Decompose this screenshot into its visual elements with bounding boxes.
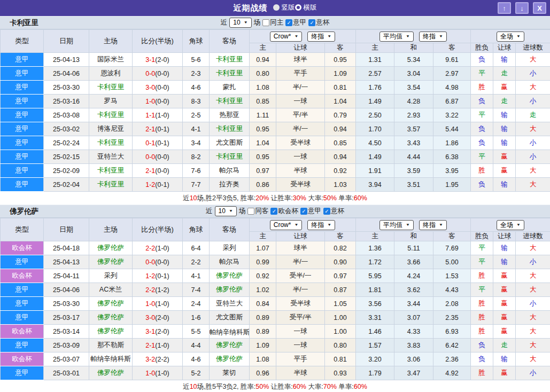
odds-stage-select[interactable]: 终指▼ — [307, 32, 335, 42]
away-team-name: 亚特兰大 — [216, 300, 243, 307]
goals-result-cell: 大 — [516, 164, 550, 178]
fulltime-score: 2-1 — [145, 167, 155, 175]
home-team-cell: 卡利亚里 — [89, 136, 133, 150]
handicap-result-cell: 输 — [493, 136, 516, 150]
corner-cell: 8-3 — [183, 95, 210, 108]
average-select[interactable]: 平均值▼ — [379, 32, 414, 42]
type-cell: 意甲 — [1, 164, 44, 178]
filter-checkbox[interactable]: ✓意甲 — [285, 18, 306, 27]
scope-select[interactable]: 全场▼ — [497, 220, 524, 230]
close-button[interactable]: X — [533, 2, 546, 14]
corner-cell: 4-1 — [183, 269, 210, 283]
home-odds-cell: 0.80 — [250, 67, 276, 81]
column-header: 比分(半场) — [133, 218, 183, 241]
filter-checkbox[interactable]: 同客 — [247, 207, 268, 216]
avg-away-cell: 4.43 — [433, 283, 471, 297]
checkbox-label: 欧会杯 — [278, 207, 298, 216]
recent-count-select[interactable]: 10▼ — [229, 18, 251, 28]
away-odds-cell: 0.81 — [325, 81, 356, 95]
checkbox-icon[interactable]: ✓ — [270, 208, 277, 215]
away-odds-cell: 0.87 — [325, 283, 356, 297]
handicap-result-cell: 输 — [493, 108, 516, 122]
corner-cell: 2-2 — [183, 255, 210, 269]
fulltime-score: 2-2 — [145, 245, 155, 252]
away-team-cell: 亚特兰大 — [210, 297, 250, 311]
average-select[interactable]: 平均值▼ — [379, 220, 414, 230]
away-odds-cell: 0.79 — [325, 108, 356, 122]
layout-radio-vertical[interactable]: 竖版 — [273, 3, 295, 12]
recent-results-panel: 近期战绩 竖版横版 ↑↓X 卡利亚里近10▼场同主✓意甲✓意杯类型日期主场比分(… — [0, 0, 550, 392]
home-team-name: AC米兰 — [99, 286, 122, 293]
bookmaker-select-value: Crow* — [274, 33, 291, 40]
filter-checkbox[interactable]: ✓意杯 — [323, 207, 344, 216]
away-team-name: 帕纳辛纳科斯 — [210, 328, 250, 336]
odds-stage-select[interactable]: 终指▼ — [307, 220, 335, 230]
checkbox-icon[interactable]: ✓ — [300, 208, 307, 215]
halftime-score: (1-0) — [155, 300, 169, 308]
filter-checkbox[interactable]: ✓欧会杯 — [270, 207, 298, 216]
handicap-cell: 半球 — [276, 366, 325, 380]
header-group: 平均值▼终指▼ — [356, 30, 471, 43]
checkbox-icon[interactable]: ✓ — [323, 208, 330, 215]
date-cell: 25-03-02 — [44, 122, 89, 136]
away-team-name: 佛罗伦萨 — [216, 341, 243, 349]
radio-icon[interactable] — [273, 4, 280, 11]
halftime-score: (0-0) — [155, 167, 169, 175]
goals-result-cell: 走 — [516, 108, 550, 122]
fulltime-score: 1-0 — [145, 98, 155, 105]
column-header: 类型 — [1, 218, 44, 241]
filter-checkbox[interactable]: ✓意杯 — [308, 18, 329, 27]
checkbox-icon[interactable] — [262, 19, 269, 26]
checkbox-icon[interactable] — [247, 208, 254, 215]
away-team-name: 热那亚 — [219, 111, 239, 119]
checkbox-icon[interactable]: ✓ — [308, 19, 315, 26]
home-team-name: 佛罗伦萨 — [97, 244, 124, 252]
down-button[interactable]: ↓ — [515, 2, 529, 14]
score-cell: 1-0(0-0) — [133, 95, 183, 108]
bookmaker-select[interactable]: Crow*▼ — [270, 32, 303, 42]
score-cell: 0-0(0-0) — [133, 67, 183, 81]
recent-count-select-value: 10 — [233, 19, 240, 26]
avg-stage-select-value: 终指 — [423, 222, 436, 229]
checkbox-icon[interactable]: ✓ — [285, 19, 292, 26]
avg-away-cell: 6.87 — [433, 95, 471, 108]
avg-stage-select[interactable]: 终指▼ — [419, 32, 447, 42]
away-odds-cell: 0.82 — [325, 241, 356, 255]
layout-radio-horizontal[interactable]: 横版 — [295, 3, 317, 12]
scope-select[interactable]: 全场▼ — [497, 32, 524, 42]
goals-result-cell: 大 — [516, 241, 550, 255]
result-cell: 胜 — [471, 81, 493, 95]
filter-checkbox[interactable]: 同主 — [262, 18, 283, 27]
avg-away-cell: 3.95 — [433, 164, 471, 178]
up-button[interactable]: ↑ — [498, 2, 511, 14]
chevron-down-icon: ▼ — [327, 222, 331, 228]
away-team-cell: 佛罗伦萨 — [210, 283, 250, 297]
summary-segment: 50% — [323, 194, 337, 202]
fulltime-score: 1-2 — [145, 181, 155, 189]
avg-stage-select[interactable]: 终指▼ — [419, 220, 447, 230]
home-team-name: 采列 — [104, 272, 118, 279]
home-odds-cell: 1.11 — [250, 108, 276, 122]
avg-home-cell: 1.72 — [356, 255, 394, 269]
team-name: 卡利亚里 — [10, 18, 38, 28]
goals-result-cell: 大 — [516, 81, 550, 95]
away-team-name: 佛罗伦萨 — [216, 272, 243, 279]
radio-label-text: 竖版 — [282, 3, 295, 12]
away-team-name: 尤文图斯 — [216, 313, 243, 321]
home-team-cell: 那不勒斯 — [89, 339, 133, 352]
corner-cell: 4-6 — [183, 352, 210, 366]
radio-icon[interactable] — [295, 4, 301, 11]
date-cell: 25-04-13 — [44, 53, 89, 67]
header-select-row: 类型日期主场比分(半场)角球客场Crow*▼终指▼平均值▼终指▼全场▼ — [1, 218, 550, 232]
result-cell: 胜 — [471, 269, 493, 283]
home-team-name: 佛罗伦萨 — [97, 313, 124, 321]
filter-checkbox[interactable]: ✓意甲 — [300, 207, 321, 216]
handicap-result-cell: 赢 — [493, 366, 516, 380]
avg-away-cell: 7.69 — [433, 241, 471, 255]
handicap-cell: 球半 — [276, 241, 325, 255]
avg-away-cell: 1.95 — [433, 178, 471, 192]
summary-segment: 10 — [190, 383, 197, 390]
bookmaker-select[interactable]: Crow*▼ — [270, 220, 303, 230]
score-cell: 3-0(2-0) — [133, 311, 183, 325]
recent-count-select[interactable]: 10▼ — [215, 206, 237, 216]
